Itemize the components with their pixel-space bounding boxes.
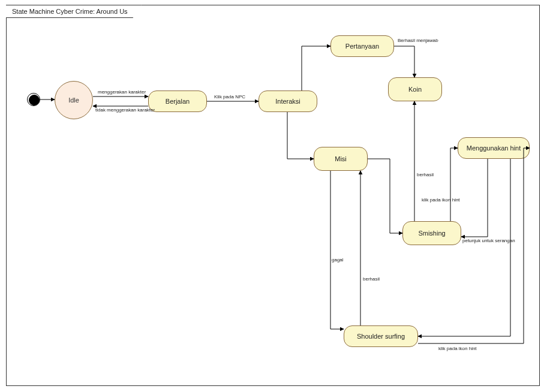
label-gagal: gagal — [332, 257, 344, 263]
label-klik-hint-shoulder: klik pada ikon hint — [438, 346, 477, 351]
edge-hint-shoulder — [418, 159, 510, 336]
label-klik-npc: Klik pada NPC — [214, 94, 245, 99]
label-berhasil-smishing: berhasil — [417, 172, 434, 177]
label-tidak-menggerakan: tidak menggerakan karakter — [95, 107, 155, 113]
edge-shoulder-hint — [418, 148, 530, 343]
edges-layer — [7, 5, 539, 385]
diagram-frame: State Machine Cyber Crime: Around Us Idl… — [6, 5, 540, 386]
edge-interaksi-misi — [287, 112, 314, 159]
label-klik-hint-smishing: klik pada ikon hint — [422, 197, 460, 203]
edge-misi-smishing — [368, 159, 402, 233]
label-berhasil-menjawab: Berhasil menjawab — [398, 38, 438, 43]
label-petunjuk: petunjuk untuk serangan — [462, 238, 515, 243]
edge-interaksi-pertanyaan — [302, 46, 330, 91]
label-berhasil-shoulder: berhasil — [363, 276, 380, 282]
edge-hint-smishing — [461, 159, 488, 237]
label-menggerakan: menggerakan karakter — [98, 89, 146, 95]
edge-smishing-hint — [450, 148, 458, 221]
edge-pertanyaan-koin — [394, 46, 414, 77]
